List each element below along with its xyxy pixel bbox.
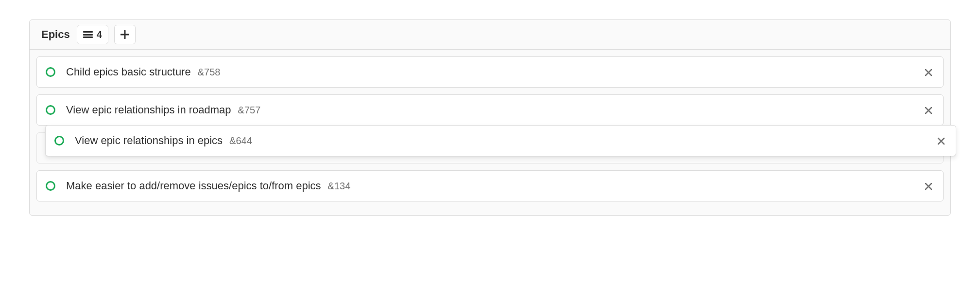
remove-epic-button[interactable]: [935, 132, 947, 149]
status-open-icon: [46, 105, 55, 115]
epic-title: View epic relationships in roadmap: [66, 104, 231, 116]
epics-panel-header: Epics 4: [30, 20, 950, 49]
epic-id: &758: [198, 67, 221, 78]
epic-row[interactable]: View epic relationships in roadmap &757: [36, 94, 944, 126]
epics-count: 4: [97, 29, 102, 40]
epic-row[interactable]: Child epics basic structure &758: [36, 56, 944, 88]
epic-title: Child epics basic structure: [66, 66, 191, 78]
epic-row-dragging[interactable]: View epic relationships in epics &644: [45, 125, 956, 156]
status-open-icon: [46, 181, 55, 191]
epic-id: &757: [238, 105, 261, 116]
epic-title: View epic relationships in epics: [75, 134, 223, 147]
remove-epic-button[interactable]: [923, 178, 934, 194]
status-open-icon: [54, 136, 64, 146]
plus-icon: [120, 30, 129, 39]
close-icon: [925, 69, 932, 76]
remove-epic-button[interactable]: [923, 102, 934, 118]
panel-title: Epics: [41, 28, 70, 41]
list-icon: [83, 31, 93, 38]
close-icon: [925, 182, 932, 190]
add-epic-button[interactable]: [114, 25, 136, 44]
epic-id: &644: [229, 135, 252, 146]
epics-count-button[interactable]: 4: [77, 25, 108, 44]
status-open-icon: [46, 67, 55, 77]
epic-title: Make easier to add/remove issues/epics t…: [66, 180, 321, 192]
epics-panel: Epics 4 Child epics basic structure &758: [29, 19, 951, 216]
remove-epic-button[interactable]: [923, 64, 934, 80]
epics-list: Child epics basic structure &758 View ep…: [30, 49, 950, 215]
epic-row[interactable]: Make easier to add/remove issues/epics t…: [36, 170, 944, 201]
close-icon: [925, 107, 932, 114]
epic-id: &134: [328, 181, 351, 192]
close-icon: [937, 137, 945, 145]
